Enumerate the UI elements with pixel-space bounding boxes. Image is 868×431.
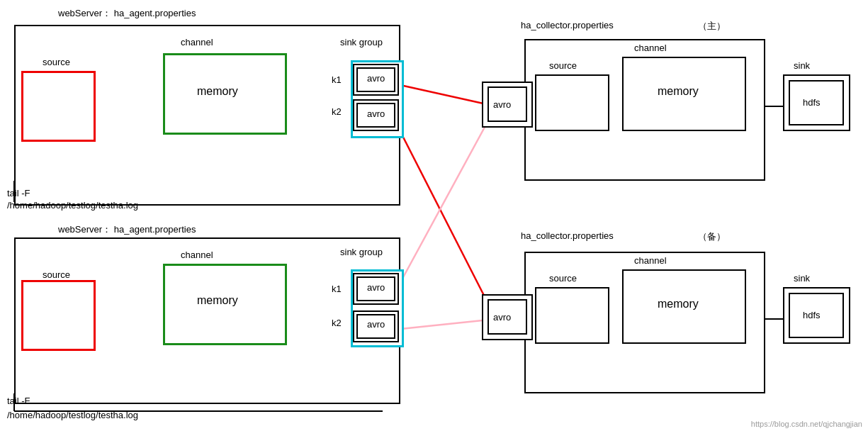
top-agent-webserver-label: webServer： ha_agent.properties [58, 7, 196, 20]
bottom-agent-source-box [21, 280, 96, 351]
top-collector-main-hdfs-label: hdfs [803, 97, 821, 108]
bottom-collector-backup-channel-label: channel [634, 255, 667, 266]
bottom-collector-backup-title: ha_collector.properties [521, 230, 614, 241]
bottom-agent-k2-label: k2 [332, 318, 342, 328]
bottom-collector-backup-memory-label: memory [658, 298, 699, 310]
bottom-collector-backup-sink-label: sink [794, 273, 810, 284]
bottom-agent-avro2-label: avro [367, 319, 385, 330]
svg-line-15 [394, 119, 496, 319]
top-agent-path-label: /home/hadoop/testlog/testha.log [7, 200, 138, 211]
top-agent-memory-label: memory [197, 85, 238, 98]
svg-line-16 [394, 106, 496, 294]
bottom-collector-backup-avro-label: avro [493, 312, 511, 323]
top-agent-channel-label: channel [181, 37, 213, 47]
bottom-collector-backup-source-label: source [549, 273, 577, 284]
bottom-agent-tail-label: tail -F [7, 396, 30, 406]
top-agent-avro2-label: avro [367, 108, 385, 119]
bottom-agent-sinkgroup-label: sink group [340, 247, 383, 257]
top-collector-main-source-box [535, 74, 609, 131]
diagram: webServer： ha_agent.properties source ch… [0, 0, 868, 431]
top-agent-tail-label: tail -F [7, 188, 30, 198]
bottom-collector-backup-hdfs-label: hdfs [803, 310, 821, 320]
top-agent-k1-label: k1 [332, 74, 342, 85]
bottom-agent-memory-label: memory [197, 294, 238, 307]
bottom-collector-backup-title2: （备） [698, 230, 726, 243]
svg-line-14 [394, 84, 496, 106]
top-collector-main-memory-label: memory [658, 85, 699, 98]
bottom-collector-backup-source-box [535, 287, 609, 344]
bottom-agent-k1-label: k1 [332, 284, 342, 294]
top-collector-main-sink-label: sink [794, 60, 810, 71]
top-collector-main-channel-label: channel [634, 43, 667, 53]
top-collector-main-title2: （主） [698, 20, 726, 33]
watermark: https://blog.csdn.net/qjchangjian [751, 420, 862, 428]
bottom-agent-path-label: /home/hadoop/testlog/testha.log [7, 410, 138, 420]
top-collector-main-avro-label: avro [493, 99, 511, 110]
bottom-agent-avro1-label: avro [367, 282, 385, 293]
top-agent-avro1-label: avro [367, 73, 385, 84]
top-agent-source-box [21, 71, 96, 142]
top-collector-main-title: ha_collector.properties [521, 20, 614, 30]
top-collector-main-source-label: source [549, 60, 577, 71]
top-agent-sinkgroup-label: sink group [340, 37, 383, 47]
bottom-agent-source-label: source [43, 269, 70, 280]
svg-line-17 [394, 319, 496, 330]
bottom-agent-webserver-label: webServer： ha_agent.properties [58, 223, 196, 236]
bottom-agent-channel-label: channel [181, 250, 213, 260]
top-agent-k2-label: k2 [332, 106, 342, 117]
top-agent-source-label: source [43, 57, 70, 67]
